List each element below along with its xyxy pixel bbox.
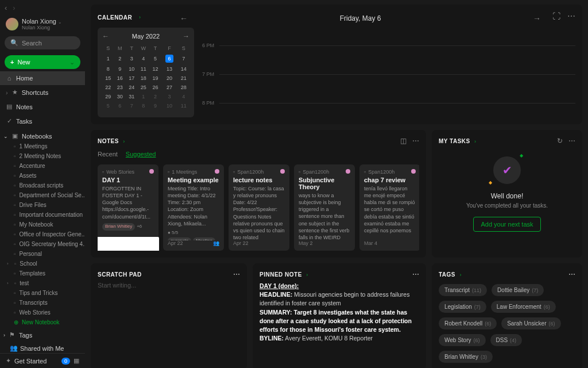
tag-pill[interactable]: Robert Knodell (6) <box>439 317 497 329</box>
new-button[interactable]: + New ⌄ <box>5 55 80 69</box>
chevron-down-icon[interactable]: ⌄ <box>69 59 75 66</box>
calendar-day[interactable]: 22 <box>102 83 114 92</box>
sidebar-notebook[interactable]: ▫ 1 Meetings <box>0 141 85 151</box>
calendar-day[interactable]: 5 <box>102 101 114 110</box>
sidebar-notebook[interactable]: ▫ Personal <box>0 249 85 259</box>
sidebar-notebook[interactable]: ▫ Web Stories <box>0 308 85 317</box>
calendar-day[interactable]: 20 <box>161 74 178 83</box>
chevron-right-icon[interactable]: › <box>474 139 476 144</box>
calendar-day[interactable]: 8 <box>102 64 114 74</box>
sidebar-notebook[interactable]: ▫ Drive Files <box>0 200 85 210</box>
next-day[interactable]: → <box>533 14 541 23</box>
prev-day[interactable]: ← <box>180 14 188 23</box>
calendar-day[interactable]: 28 <box>177 83 189 92</box>
scratch-input[interactable]: Start writing... <box>98 282 240 289</box>
calendar-day[interactable]: 21 <box>177 74 189 83</box>
more-icon[interactable]: ⋯ <box>233 270 240 278</box>
tag-pill[interactable]: Brian Whitley (3) <box>439 351 493 363</box>
calendar-day[interactable]: 6 <box>114 101 126 110</box>
calendar-day[interactable]: 6 <box>161 53 178 64</box>
calendar-day[interactable]: 2 <box>114 53 126 64</box>
calendar-day[interactable]: 26 <box>149 83 161 92</box>
sync-icon[interactable]: ▦ <box>74 357 79 365</box>
note-card[interactable]: ▫Span1200hchap 7 reviewtenía llevó llega… <box>359 164 419 251</box>
user-menu[interactable]: Nolan Xiong ⌄ Nolan Xiong <box>0 16 85 33</box>
tag-pill[interactable]: Web Story (6) <box>439 334 486 346</box>
calendar-day[interactable]: 12 <box>149 64 161 74</box>
tab-recent[interactable]: Recent <box>98 151 118 158</box>
calendar-day[interactable]: 1 <box>138 92 150 101</box>
calendar-day[interactable]: 9 <box>114 64 126 74</box>
note-card[interactable]: ▫Span1200hlecture notesTopic: Course: la… <box>229 164 289 251</box>
note-card[interactable]: ▫Span1200hSubjunctive Theoryways to know… <box>294 164 355 251</box>
tag-pill[interactable]: Dottie Bailey (7) <box>492 284 544 296</box>
pinned-content[interactable]: DAY 1 (done): HEADLINE: Missouri agencie… <box>260 282 419 351</box>
sidebar-notebook[interactable]: ▫ OIG Secretary Meeting 4... <box>0 239 85 249</box>
calendar-day[interactable]: 4 <box>177 92 189 101</box>
calendar-day[interactable]: 11 <box>177 101 189 110</box>
next-month[interactable]: → <box>183 32 189 40</box>
calendar-day[interactable]: 9 <box>149 101 161 110</box>
calendar-day[interactable]: 1 <box>102 53 114 64</box>
tag-pill[interactable]: Law Enforcement (6) <box>491 301 556 313</box>
chevron-right-icon[interactable]: › <box>306 272 308 278</box>
calendar-day[interactable]: 11 <box>138 64 150 74</box>
calendar-day[interactable]: 16 <box>114 74 126 83</box>
note-card[interactable]: ▫Web StoriesDAY 1FORGOTTEN IN FOSTER DAY… <box>98 164 158 251</box>
calendar-day[interactable]: 3 <box>126 53 138 64</box>
sidebar-notebook[interactable]: ▫ Tips and Tricks <box>0 288 85 298</box>
calendar-day[interactable]: 29 <box>102 92 114 101</box>
sidebar-notebook[interactable]: ▫ Accenture <box>0 161 85 171</box>
calendar-day[interactable]: 3 <box>161 92 178 101</box>
back-arrow[interactable]: ‹ <box>5 3 7 12</box>
more-icon[interactable]: ⋯ <box>412 270 419 278</box>
chevron-right-icon[interactable]: › <box>459 272 461 278</box>
sidebar-notebook[interactable]: ▫ Department of Social Se... <box>0 190 85 200</box>
calendar-day[interactable]: 15 <box>102 74 114 83</box>
more-icon[interactable]: ⋯ <box>568 270 575 278</box>
sidebar-notebook[interactable]: ›▫ test <box>0 278 85 288</box>
sidebar-notebook[interactable]: ▫ 2 Meeting Notes <box>0 151 85 161</box>
chevron-right-icon[interactable]: › <box>123 139 125 144</box>
calendar-day[interactable]: 5 <box>149 53 161 64</box>
more-icon[interactable]: ⋯ <box>567 12 575 21</box>
calendar-day[interactable]: 18 <box>138 74 150 83</box>
nav-notes[interactable]: ▤ Notes <box>0 99 85 114</box>
calendar-day[interactable]: 25 <box>138 83 150 92</box>
calendar-day[interactable]: 10 <box>126 64 138 74</box>
calendar-day[interactable]: 17 <box>126 74 138 83</box>
sidebar-notebook[interactable]: ▫ Broadcast scripts <box>0 181 85 190</box>
more-icon[interactable]: ⋯ <box>412 137 419 145</box>
tag-pill[interactable]: Transcript (11) <box>439 284 487 296</box>
tag-pill[interactable]: Legislation (7) <box>439 301 486 313</box>
calendar-day[interactable]: 10 <box>161 101 178 110</box>
tag-pill[interactable]: Sarah Unsicker (6) <box>501 317 560 329</box>
calendar-day[interactable]: 24 <box>126 83 138 92</box>
sidebar-notebook[interactable]: ›▫ School <box>0 259 85 269</box>
forward-arrow[interactable]: › <box>13 3 15 12</box>
note-card[interactable]: ▫1 MeetingsMeeting exampleMeeting Title:… <box>163 164 224 251</box>
tag-pill[interactable]: DSS (4) <box>490 334 523 346</box>
sidebar-notebook[interactable]: ▫ Office of Inspector Gene... <box>0 229 85 239</box>
calendar-day[interactable]: 14 <box>177 64 189 74</box>
calendar-day[interactable]: 31 <box>126 92 138 101</box>
calendar-day[interactable]: 27 <box>161 83 178 92</box>
new-notebook[interactable]: ⊕ New Notebook <box>0 317 85 327</box>
calendar-day[interactable]: 4 <box>138 53 150 64</box>
nav-home[interactable]: ⌂ Home <box>0 71 85 85</box>
calendar-day[interactable]: 7 <box>126 101 138 110</box>
tab-suggested[interactable]: Suggested <box>126 151 156 158</box>
search-input[interactable]: 🔍 Search <box>5 36 80 49</box>
nav-shortcuts[interactable]: › ★ Shortcuts <box>0 85 85 99</box>
calendar-day[interactable]: 7 <box>177 53 189 64</box>
calendar-day[interactable]: 13 <box>161 64 178 74</box>
notebooks-header[interactable]: ⌄ ▣ Notebooks <box>0 128 85 141</box>
sidebar-notebook[interactable]: ▫ Templates <box>0 269 85 278</box>
tags-header[interactable]: › ⚑ Tags <box>0 327 85 340</box>
notes-filter-icon[interactable]: ◫ <box>400 137 407 145</box>
sidebar-notebook[interactable]: ▫ Transcripts <box>0 298 85 308</box>
calendar-day[interactable]: 23 <box>114 83 126 92</box>
nav-tasks[interactable]: ✓ Tasks <box>0 114 85 128</box>
add-task-button[interactable]: Add your next task <box>473 217 540 232</box>
sidebar-notebook[interactable]: ▫ Assets <box>0 171 85 181</box>
